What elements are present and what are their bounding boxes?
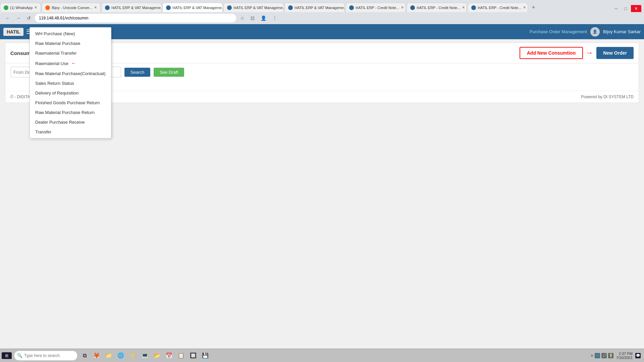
tab-label: HATIL ERP - Credit Note...	[356, 6, 399, 10]
taskbar-icon-chrome[interactable]: 🌐	[116, 351, 125, 360]
tray-arrow[interactable]: ∧	[591, 353, 593, 358]
taskbar-search-box[interactable]: 🔍	[14, 351, 77, 360]
tab-label: HATIL ERP - Credit Note...	[478, 6, 521, 10]
settings-btn[interactable]: ⋮	[270, 15, 279, 21]
tab-favicon	[166, 5, 171, 10]
taskbar-search-input[interactable]	[24, 353, 74, 358]
profile-btn[interactable]: 👤	[259, 15, 268, 21]
menu-item-raw-material-purchase[interactable]: Raw Material Purchase	[30, 39, 111, 48]
page-title-nav: Purchase Order Management	[530, 29, 587, 34]
start-button[interactable]: ⊞	[2, 352, 12, 359]
menu-item-rawmaterial-use[interactable]: Rawmaterial Use ←	[30, 58, 111, 69]
bookmark-btn[interactable]: ☆	[238, 15, 247, 21]
tab-close-btn[interactable]: ✕	[34, 5, 37, 10]
forward-btn[interactable]: →	[14, 15, 23, 21]
taskbar-icon-filezilla[interactable]: ⚡	[128, 351, 138, 360]
search-icon: 🔍	[17, 353, 22, 358]
clock: 2:37 PM 7/10/2021	[616, 352, 633, 360]
taskbar-icon-explorer[interactable]: 📁	[104, 351, 113, 360]
powered-by-text: Powered by DI SYSTEM LTD	[581, 95, 634, 99]
new-tab-btn[interactable]: +	[529, 3, 538, 12]
arrow-indicator: ←	[71, 60, 76, 66]
address-input[interactable]	[35, 14, 236, 22]
tab-close-btn[interactable]: ✕	[401, 5, 404, 10]
tab-favicon	[471, 5, 476, 10]
address-bar: ← → ↺ ☆ ⊡ 👤 ⋮	[0, 12, 644, 24]
tray-sound-icon: 🔊	[601, 353, 607, 358]
see-draft-button[interactable]: See Draft	[154, 68, 184, 77]
minimize-btn[interactable]: ─	[612, 5, 620, 12]
right-arrow-icon: →	[586, 49, 593, 57]
menu-item-transfer[interactable]: Transfer	[30, 127, 111, 137]
tab-favicon	[105, 5, 110, 10]
taskbar-icon-task-view[interactable]: ⧉	[80, 351, 89, 360]
tab-label: HATIL ERP & VAT Manageme...	[294, 6, 345, 10]
menu-item-raw-material-purchase-return[interactable]: Raw Material Purchase Return	[30, 108, 111, 117]
taskbar-icons: ⧉ 🦊 📁 🌐 ⚡ 💻 📂 📅 📋 🔲 💾	[80, 351, 210, 360]
extension-btn[interactable]: ⊡	[249, 15, 257, 21]
tab-close-btn[interactable]: ✕	[94, 5, 97, 10]
tab-credit-note-1[interactable]: HATIL ERP - Credit Note... ✕	[345, 3, 406, 12]
time-display: 2:37 PM	[616, 352, 633, 356]
date-display: 7/10/2021	[616, 356, 633, 360]
reload-btn[interactable]: ↺	[25, 15, 33, 21]
tab-hatil-erp-1[interactable]: HATIL ERP & VAT Manageme... ✕	[101, 3, 162, 12]
tab-favicon	[410, 5, 415, 10]
search-button[interactable]: Search	[124, 68, 150, 77]
nav-right: Purchase Order Management 👤 Bijoy Kumar …	[530, 27, 641, 37]
tab-hatil-erp-4[interactable]: HATIL ERP & VAT Manageme... ✕	[284, 3, 345, 12]
maximize-btn[interactable]: □	[622, 5, 630, 12]
taskbar-icon-app1[interactable]: 🔲	[189, 351, 198, 360]
tab-favicon	[288, 5, 293, 10]
new-order-button[interactable]: New Order	[596, 47, 634, 59]
taskbar-icon-app2[interactable]: 💾	[201, 351, 210, 360]
add-consumption-wrapper: Add New Consumtion →	[520, 47, 593, 59]
header-actions: Add New Consumtion → New Order	[520, 47, 634, 59]
back-btn[interactable]: ←	[3, 15, 12, 21]
tray-network-icon: 🌐	[595, 353, 600, 358]
taskbar-icon-firefox[interactable]: 🦊	[92, 351, 101, 360]
tab-label: HATIL ERP & VAT Manageme...	[111, 6, 162, 10]
menu-item-dealer-purchase-receive[interactable]: Dealer Purchase Receive	[30, 117, 111, 127]
menu-item-finished-goods-purchase-return[interactable]: Finished Goods Purchase Return	[30, 98, 111, 108]
taskbar-icon-notes[interactable]: 📋	[176, 351, 186, 360]
tray-battery-icon: 🔋	[608, 353, 613, 358]
tab-label: (1) WhatsApp	[10, 6, 33, 10]
user-name: Bijoy Kumar Sarkar	[603, 29, 641, 34]
tab-credit-note-2[interactable]: HATIL ERP - Credit Note... ✕	[407, 3, 467, 12]
taskbar: ⊞ 🔍 ⧉ 🦊 📁 🌐 ⚡ 💻 📂 📅 📋 🔲 💾 ∧ 🌐 🔊 🔋	[0, 349, 644, 362]
notifications-icon[interactable]: 💬	[635, 353, 641, 358]
menu-item-rawmaterial-transfer[interactable]: Rawmaterial Transfer	[30, 48, 111, 58]
close-btn[interactable]: ✕	[631, 5, 641, 12]
menu-item-sales-return-status[interactable]: Sales Return Status	[30, 78, 111, 88]
tab-favicon	[349, 5, 354, 10]
tab-close-btn[interactable]: ✕	[462, 5, 465, 10]
add-consumption-button[interactable]: Add New Consumtion	[520, 47, 583, 59]
tab-label: HATIL ERP & VAT Manageme...	[233, 6, 284, 10]
tab-favicon	[45, 5, 50, 10]
tab-favicon	[227, 5, 232, 10]
menu-item-delivery-of-requisition[interactable]: Delivery of Requisition	[30, 88, 111, 98]
tab-hatil-erp-3[interactable]: HATIL ERP & VAT Manageme... ✕	[223, 3, 284, 12]
tab-close-btn[interactable]: ✕	[523, 5, 526, 10]
system-tray: ∧ 🌐 🔊 🔋	[591, 353, 613, 358]
menu-item-wh-purchase[interactable]: WH Purchase (New)	[30, 29, 111, 39]
tab-whatsapp[interactable]: (1) WhatsApp ✕	[0, 3, 41, 12]
tab-favicon	[4, 5, 8, 10]
tab-label: Bijoy - Unicode Conver...	[52, 6, 92, 10]
tab-label: HATIL ERP - Credit Note...	[417, 6, 460, 10]
taskbar-icon-vscode[interactable]: 💻	[140, 351, 150, 360]
purchase-dropdown-menu: WH Purchase (New) Raw Material Purchase …	[30, 27, 111, 138]
tab-credit-note-3[interactable]: HATIL ERP - Credit Note... ✕	[468, 3, 528, 12]
avatar: 👤	[590, 27, 600, 37]
taskbar-icon-folder[interactable]: 📂	[152, 351, 162, 360]
taskbar-right: ∧ 🌐 🔊 🔋 2:37 PM 7/10/2021 💬	[591, 352, 642, 360]
hatil-logo: HATIL	[3, 28, 23, 36]
tab-hatil-erp-2[interactable]: HATIL ERP & VAT Manageme... ✕	[162, 3, 223, 12]
tab-bijoy[interactable]: Bijoy - Unicode Conver... ✕	[42, 3, 101, 12]
tab-label: HATIL ERP & VAT Manageme...	[172, 6, 223, 10]
menu-item-raw-material-purchase-contractual[interactable]: Raw Material Purchase(Contractual)	[30, 69, 111, 78]
taskbar-icon-calendar[interactable]: 📅	[164, 351, 174, 360]
